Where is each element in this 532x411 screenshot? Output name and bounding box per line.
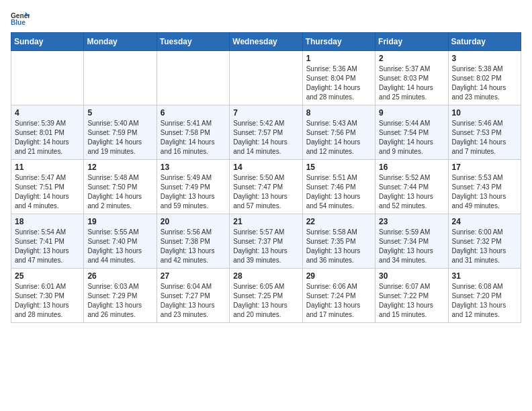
day-info: Sunrise: 5:39 AM Sunset: 8:01 PM Dayligh… xyxy=(15,119,80,156)
column-header-tuesday: Tuesday xyxy=(157,33,229,51)
day-info: Sunrise: 5:47 AM Sunset: 7:51 PM Dayligh… xyxy=(15,173,80,211)
calendar-week-row: 18Sunrise: 5:54 AM Sunset: 7:41 PM Dayli… xyxy=(11,214,521,269)
day-info: Sunrise: 5:44 AM Sunset: 7:54 PM Dayligh… xyxy=(379,119,444,156)
day-info: Sunrise: 5:38 AM Sunset: 8:02 PM Dayligh… xyxy=(452,64,517,102)
calendar-cell: 18Sunrise: 5:54 AM Sunset: 7:41 PM Dayli… xyxy=(11,214,84,269)
day-number: 27 xyxy=(161,271,226,281)
day-number: 17 xyxy=(452,163,517,172)
calendar-week-row: 11Sunrise: 5:47 AM Sunset: 7:51 PM Dayli… xyxy=(11,160,521,214)
calendar-cell: 1Sunrise: 5:36 AM Sunset: 8:04 PM Daylig… xyxy=(302,51,375,105)
day-info: Sunrise: 6:06 AM Sunset: 7:24 PM Dayligh… xyxy=(306,282,371,320)
calendar-cell: 6Sunrise: 5:41 AM Sunset: 7:58 PM Daylig… xyxy=(157,105,229,160)
day-info: Sunrise: 6:01 AM Sunset: 7:30 PM Dayligh… xyxy=(15,282,80,320)
calendar-cell: 5Sunrise: 5:40 AM Sunset: 7:59 PM Daylig… xyxy=(84,105,157,160)
day-number: 10 xyxy=(452,108,517,118)
calendar-cell: 19Sunrise: 5:55 AM Sunset: 7:40 PM Dayli… xyxy=(84,214,157,269)
day-info: Sunrise: 5:42 AM Sunset: 7:57 PM Dayligh… xyxy=(233,119,298,156)
calendar-cell: 31Sunrise: 6:08 AM Sunset: 7:20 PM Dayli… xyxy=(448,269,521,323)
day-number: 3 xyxy=(452,54,517,63)
day-number: 8 xyxy=(306,108,371,118)
calendar-cell: 12Sunrise: 5:48 AM Sunset: 7:50 PM Dayli… xyxy=(84,160,157,214)
calendar-cell: 14Sunrise: 5:50 AM Sunset: 7:47 PM Dayli… xyxy=(230,160,302,214)
calendar-week-row: 1Sunrise: 5:36 AM Sunset: 8:04 PM Daylig… xyxy=(11,51,521,105)
column-header-sunday: Sunday xyxy=(11,33,84,51)
day-number: 30 xyxy=(379,271,444,281)
day-number: 22 xyxy=(306,217,371,226)
calendar-cell xyxy=(84,51,157,105)
calendar-cell: 23Sunrise: 5:59 AM Sunset: 7:34 PM Dayli… xyxy=(375,214,448,269)
day-info: Sunrise: 5:59 AM Sunset: 7:34 PM Dayligh… xyxy=(379,228,444,265)
day-number: 11 xyxy=(15,163,80,172)
calendar-cell: 4Sunrise: 5:39 AM Sunset: 8:01 PM Daylig… xyxy=(11,105,84,160)
day-number: 12 xyxy=(87,163,152,172)
day-info: Sunrise: 6:05 AM Sunset: 7:25 PM Dayligh… xyxy=(233,282,298,320)
calendar-week-row: 4Sunrise: 5:39 AM Sunset: 8:01 PM Daylig… xyxy=(11,105,521,160)
logo-icon: General Blue xyxy=(11,11,30,26)
day-info: Sunrise: 5:58 AM Sunset: 7:35 PM Dayligh… xyxy=(306,228,371,265)
calendar-cell: 27Sunrise: 6:04 AM Sunset: 7:27 PM Dayli… xyxy=(157,269,229,323)
day-number: 24 xyxy=(452,217,517,226)
calendar-cell: 10Sunrise: 5:46 AM Sunset: 7:53 PM Dayli… xyxy=(448,105,521,160)
day-info: Sunrise: 5:56 AM Sunset: 7:38 PM Dayligh… xyxy=(161,228,226,265)
day-info: Sunrise: 5:50 AM Sunset: 7:47 PM Dayligh… xyxy=(233,173,298,211)
day-info: Sunrise: 5:40 AM Sunset: 7:59 PM Dayligh… xyxy=(87,119,152,156)
calendar-cell xyxy=(11,51,84,105)
day-info: Sunrise: 5:52 AM Sunset: 7:44 PM Dayligh… xyxy=(379,173,444,211)
day-info: Sunrise: 6:07 AM Sunset: 7:22 PM Dayligh… xyxy=(379,282,444,320)
day-info: Sunrise: 5:37 AM Sunset: 8:03 PM Dayligh… xyxy=(379,64,444,102)
day-info: Sunrise: 5:51 AM Sunset: 7:46 PM Dayligh… xyxy=(306,173,371,211)
day-number: 28 xyxy=(233,271,298,281)
day-info: Sunrise: 5:55 AM Sunset: 7:40 PM Dayligh… xyxy=(87,228,152,265)
day-number: 1 xyxy=(306,54,371,63)
calendar-cell: 13Sunrise: 5:49 AM Sunset: 7:49 PM Dayli… xyxy=(157,160,229,214)
day-number: 6 xyxy=(161,108,226,118)
calendar-cell: 20Sunrise: 5:56 AM Sunset: 7:38 PM Dayli… xyxy=(157,214,229,269)
calendar-cell: 9Sunrise: 5:44 AM Sunset: 7:54 PM Daylig… xyxy=(375,105,448,160)
column-header-saturday: Saturday xyxy=(448,33,521,51)
day-info: Sunrise: 6:04 AM Sunset: 7:27 PM Dayligh… xyxy=(161,282,226,320)
calendar-cell: 16Sunrise: 5:52 AM Sunset: 7:44 PM Dayli… xyxy=(375,160,448,214)
day-info: Sunrise: 5:46 AM Sunset: 7:53 PM Dayligh… xyxy=(452,119,517,156)
day-number: 4 xyxy=(15,108,80,118)
calendar-cell: 28Sunrise: 6:05 AM Sunset: 7:25 PM Dayli… xyxy=(230,269,302,323)
calendar-cell: 17Sunrise: 5:53 AM Sunset: 7:43 PM Dayli… xyxy=(448,160,521,214)
calendar-cell xyxy=(230,51,302,105)
day-number: 20 xyxy=(161,217,226,226)
calendar-table: SundayMondayTuesdayWednesdayThursdayFrid… xyxy=(11,32,521,323)
calendar-cell: 22Sunrise: 5:58 AM Sunset: 7:35 PM Dayli… xyxy=(302,214,375,269)
day-info: Sunrise: 6:00 AM Sunset: 7:32 PM Dayligh… xyxy=(452,228,517,265)
calendar-cell: 2Sunrise: 5:37 AM Sunset: 8:03 PM Daylig… xyxy=(375,51,448,105)
column-header-friday: Friday xyxy=(375,33,448,51)
day-number: 29 xyxy=(306,271,371,281)
day-info: Sunrise: 5:53 AM Sunset: 7:43 PM Dayligh… xyxy=(452,173,517,211)
calendar-cell: 21Sunrise: 5:57 AM Sunset: 7:37 PM Dayli… xyxy=(230,214,302,269)
svg-text:Blue: Blue xyxy=(11,19,26,26)
day-number: 23 xyxy=(379,217,444,226)
column-header-monday: Monday xyxy=(84,33,157,51)
day-info: Sunrise: 5:49 AM Sunset: 7:49 PM Dayligh… xyxy=(161,173,226,211)
day-number: 25 xyxy=(15,271,80,281)
calendar-cell: 15Sunrise: 5:51 AM Sunset: 7:46 PM Dayli… xyxy=(302,160,375,214)
day-number: 2 xyxy=(379,54,444,63)
day-number: 16 xyxy=(379,163,444,172)
day-number: 19 xyxy=(87,217,152,226)
day-info: Sunrise: 5:43 AM Sunset: 7:56 PM Dayligh… xyxy=(306,119,371,156)
calendar-cell: 25Sunrise: 6:01 AM Sunset: 7:30 PM Dayli… xyxy=(11,269,84,323)
calendar-cell xyxy=(157,51,229,105)
day-info: Sunrise: 5:36 AM Sunset: 8:04 PM Dayligh… xyxy=(306,64,371,102)
calendar-cell: 29Sunrise: 6:06 AM Sunset: 7:24 PM Dayli… xyxy=(302,269,375,323)
column-header-wednesday: Wednesday xyxy=(230,33,302,51)
day-number: 5 xyxy=(87,108,152,118)
day-number: 21 xyxy=(233,217,298,226)
calendar-week-row: 25Sunrise: 6:01 AM Sunset: 7:30 PM Dayli… xyxy=(11,269,521,323)
day-number: 26 xyxy=(87,271,152,281)
day-number: 15 xyxy=(306,163,371,172)
logo: General Blue xyxy=(11,11,32,26)
day-number: 9 xyxy=(379,108,444,118)
day-number: 14 xyxy=(233,163,298,172)
day-info: Sunrise: 6:03 AM Sunset: 7:29 PM Dayligh… xyxy=(87,282,152,320)
calendar-cell: 7Sunrise: 5:42 AM Sunset: 7:57 PM Daylig… xyxy=(230,105,302,160)
calendar-cell: 8Sunrise: 5:43 AM Sunset: 7:56 PM Daylig… xyxy=(302,105,375,160)
day-info: Sunrise: 5:48 AM Sunset: 7:50 PM Dayligh… xyxy=(87,173,152,211)
day-number: 7 xyxy=(233,108,298,118)
